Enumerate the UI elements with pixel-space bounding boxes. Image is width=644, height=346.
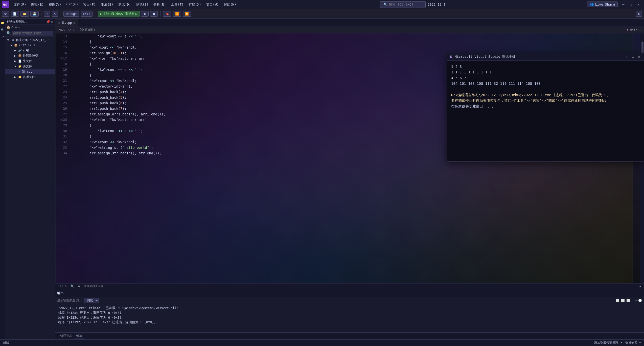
- menu-extensions[interactable]: 扩展(X): [186, 1, 203, 8]
- tab-output[interactable]: 输出: [74, 334, 84, 338]
- fold-btn-28[interactable]: ⊟: [61, 118, 63, 121]
- undo-btn[interactable]: ↩: [44, 11, 50, 17]
- tree-item-headers[interactable]: ▶ 📄 头文件: [5, 58, 55, 64]
- pause-btn[interactable]: ⏸: [141, 11, 149, 17]
- title-bar: VS // Menu items rendered below 文件(F) 编辑…: [0, 0, 644, 9]
- menu-test[interactable]: 测试(S): [133, 1, 151, 8]
- menu-help[interactable]: 帮助(H): [221, 1, 239, 8]
- debug-output-line6: D:\编程语言练习\2022_12_1\x64\Debug\2022_12_1.…: [451, 92, 640, 98]
- debug-console-add-tab[interactable]: +: [625, 55, 629, 59]
- line-number-23: 23: [59, 89, 69, 95]
- stop-btn[interactable]: ⏹: [150, 11, 158, 17]
- run-label: 本地 Windows 调试器: [103, 12, 134, 16]
- menu-git[interactable]: Git(G): [64, 1, 81, 8]
- output-icon3[interactable]: ⬜: [626, 299, 630, 302]
- sep3: [95, 11, 95, 16]
- ext-expand-icon: ▶: [13, 54, 17, 58]
- line-number-25: 25: [59, 100, 69, 106]
- debug-console-close[interactable]: ✕: [637, 55, 641, 59]
- solution-search-input[interactable]: [12, 31, 53, 35]
- menu-edit[interactable]: 编辑(E): [29, 1, 46, 8]
- hdr-label: 头文件: [23, 59, 32, 63]
- cpp-icon: ✳: [17, 70, 21, 74]
- search-box[interactable]: 🔍 搜索 (Ctrl+Q): [380, 1, 426, 8]
- tree-item-source-cpp[interactable]: ✳ 源.cpp: [5, 69, 55, 74]
- svg-text:VS: VS: [3, 3, 7, 7]
- tree-item-resources[interactable]: ▶ 📁 资源文件: [5, 74, 55, 80]
- refresh-icon[interactable]: ↻: [18, 26, 19, 29]
- solution-folder-icon: 🗂: [11, 38, 15, 42]
- pin-icon[interactable]: 📌: [46, 20, 50, 24]
- tree-item-solution[interactable]: ▼ 🗂 解决方案 '2022_12_1': [5, 37, 55, 43]
- tree-item-references[interactable]: ▶ 🔗 引用: [5, 48, 55, 53]
- menu-file[interactable]: 文件(F): [11, 1, 29, 8]
- tab-close-btn[interactable]: ✕: [73, 21, 75, 25]
- output-line-1: 线程 0x12ac 已退出，返回值为 0 (0x0)。: [58, 311, 641, 315]
- settings-btn[interactable]: ⚙: [636, 11, 642, 17]
- activity-bar: 📁 🔍 ⎇: [0, 19, 5, 339]
- sep4: [160, 11, 160, 16]
- output-line-0: "2022_12_1.exe" (Win32): 已加载 "C:\Windows…: [58, 306, 641, 311]
- menu-view[interactable]: 视图(V): [46, 1, 64, 8]
- sync-icon[interactable]: ⟳: [11, 26, 14, 29]
- line-number-29: 29: [59, 123, 69, 128]
- tab-error-list[interactable]: 错误列表: [58, 334, 74, 338]
- output-icon1[interactable]: ⬜: [616, 299, 619, 302]
- bookmark-prev[interactable]: ⏫: [183, 11, 191, 17]
- line-number-28: ⊟28: [59, 117, 69, 123]
- git-activity-icon[interactable]: ⎇: [1, 35, 5, 39]
- add-source-control[interactable]: 添加到源代码管理 ▾: [594, 341, 622, 345]
- open-btn[interactable]: 📂: [20, 11, 29, 17]
- redo-btn[interactable]: ↪: [52, 11, 58, 17]
- bookmark-next[interactable]: ⏬: [173, 11, 181, 17]
- output-tabs: 输出: [55, 289, 644, 297]
- debug-console-dropdown[interactable]: ⌄: [631, 55, 635, 59]
- fold-btn-17[interactable]: ⊟: [61, 56, 63, 60]
- line-number-33: 33: [59, 145, 69, 150]
- breadcrumb-func: main(): [630, 28, 641, 32]
- save-btn[interactable]: 💾: [30, 11, 39, 17]
- menu-window[interactable]: 窗口(W): [204, 1, 221, 8]
- debug-output-line2: 1 1 1 1 1 1 1 1 1 1: [451, 69, 640, 75]
- menu-project[interactable]: 项目(P): [81, 1, 98, 8]
- close-button[interactable]: ✕: [635, 1, 642, 8]
- tab-source-cpp[interactable]: ✳ 源.cpp ✕: [55, 19, 78, 27]
- output-wrap-icon[interactable]: ↵: [632, 299, 633, 302]
- output-source-select[interactable]: 调试: [84, 298, 99, 303]
- close-panel-icon[interactable]: ✕: [51, 20, 53, 24]
- platform-dropdown[interactable]: x64▾: [81, 11, 93, 17]
- tree-item-sources[interactable]: ▼ 📁 源文件: [5, 64, 55, 69]
- menu-tools[interactable]: 工具(T): [169, 1, 186, 8]
- restore-button[interactable]: ❐: [627, 1, 634, 8]
- select-repo[interactable]: 选择仓库 ▾: [625, 341, 641, 345]
- line-number-34: 34: [59, 150, 69, 156]
- output-icon2[interactable]: ⬜: [621, 299, 625, 302]
- output-filter-icon[interactable]: ⚙: [635, 299, 637, 302]
- debug-mode-dropdown[interactable]: Debug▾: [63, 11, 79, 17]
- live-share-button[interactable]: 👥 Live Share: [587, 2, 618, 7]
- debug-output-line1: 1 2 3: [451, 64, 640, 69]
- src-label: 源文件: [23, 64, 32, 69]
- home-icon[interactable]: 🏠: [7, 26, 10, 29]
- breadcrumb-sep1: ›: [76, 28, 78, 32]
- window-controls: ─ ❐ ✕: [620, 1, 642, 8]
- minimize-button[interactable]: ─: [620, 1, 627, 8]
- status-dot: ●: [78, 284, 80, 288]
- bookmark-btn[interactable]: 🔖: [163, 11, 171, 17]
- git-btn[interactable]: ⟳: [2, 11, 9, 17]
- explorer-icon[interactable]: 📁: [1, 21, 5, 25]
- line-number-13: 13: [59, 33, 69, 39]
- menu-analyze[interactable]: 分析(N): [151, 1, 168, 8]
- run-icon: ▶: [100, 12, 102, 16]
- ref-icon: 🔗: [18, 49, 22, 53]
- new-btn[interactable]: 📄: [11, 11, 19, 17]
- collapse-icon[interactable]: ⊟: [15, 26, 17, 29]
- output-clock-icon[interactable]: 🕐: [638, 299, 642, 302]
- res-icon: 📁: [18, 75, 22, 79]
- menu-debug[interactable]: 调试(D): [116, 1, 133, 8]
- run-button[interactable]: ▶ 本地 Windows 调试器 ▶: [98, 11, 140, 17]
- menu-build[interactable]: 生成(B): [98, 1, 116, 8]
- tree-item-external-deps[interactable]: ▶ 📦 外部依赖项: [5, 53, 55, 58]
- search-activity-icon[interactable]: 🔍: [1, 28, 5, 32]
- tree-item-project[interactable]: ▼ 📦 2022_12_1: [5, 43, 55, 48]
